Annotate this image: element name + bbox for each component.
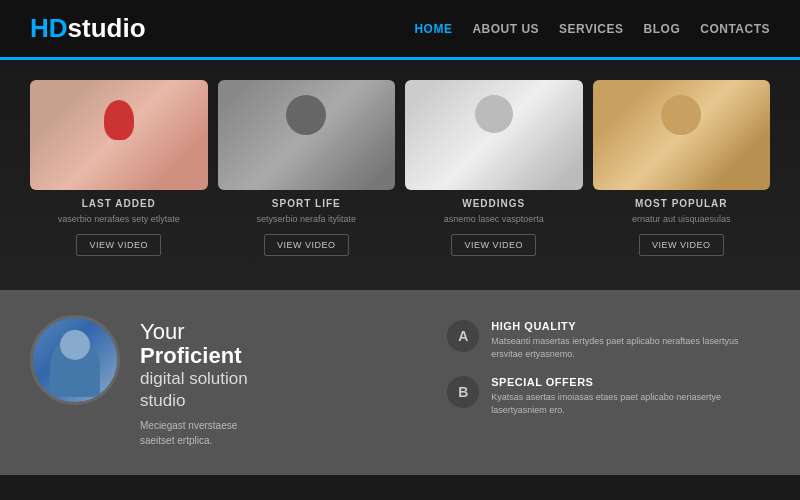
- view-video-button-3[interactable]: VIEW VIDEO: [639, 234, 724, 256]
- feature-title-0: HIGH QUALITY: [491, 320, 770, 332]
- feature-item-0: AHIGH QUALITYMatseanti masertas iertydes…: [447, 320, 770, 362]
- gallery-item-1: SPORT LIFEsetyserbio nerafa itylitateVIE…: [218, 80, 396, 256]
- studio-tagline: Your Proficient digital solution studio …: [140, 315, 248, 449]
- nav-item-blog[interactable]: BLOG: [644, 22, 681, 36]
- tagline-digital: digital solution studio: [140, 368, 248, 412]
- view-video-button-2[interactable]: VIEW VIDEO: [451, 234, 536, 256]
- gallery-item-2: WEDDINGSasnemo lasec vasptoertaVIEW VIDE…: [405, 80, 583, 256]
- view-video-button-1[interactable]: VIEW VIDEO: [264, 234, 349, 256]
- feature-content-0: HIGH QUALITYMatseanti masertas iertydes …: [491, 320, 770, 362]
- gallery-thumb-0: [30, 80, 208, 190]
- gallery-desc-2: asnemo lasec vasptoerta: [405, 213, 583, 226]
- feature-desc-1: Kyatsas asertas imoiasas etaes paet apli…: [491, 391, 770, 418]
- nav-item-contacts[interactable]: CONTACTS: [700, 22, 770, 36]
- gallery-item-0: LAST ADDEDvaserbio nerafaes sety etlytat…: [30, 80, 208, 256]
- bottom-left: Your Proficient digital solution studio …: [30, 315, 417, 450]
- feature-badge-0: A: [447, 320, 479, 352]
- gallery-grid: LAST ADDEDvaserbio nerafaes sety etlytat…: [30, 80, 770, 256]
- logo-studio: studio: [68, 13, 146, 43]
- tagline-your: Your: [140, 320, 248, 344]
- gallery-title-2: WEDDINGS: [405, 198, 583, 209]
- gallery-title-1: SPORT LIFE: [218, 198, 396, 209]
- gallery-title-0: LAST ADDED: [30, 198, 208, 209]
- bottom-right: AHIGH QUALITYMatseanti masertas iertydes…: [447, 315, 770, 450]
- tagline-proficient: Proficient: [140, 344, 248, 368]
- gallery-desc-3: ernatur aut uisquaesulas: [593, 213, 771, 226]
- logo-hd: HD: [30, 13, 68, 43]
- header: HDstudio HOMEABOUT USSERVICESBLOGCONTACT…: [0, 0, 800, 60]
- logo: HDstudio: [30, 13, 146, 44]
- feature-badge-1: B: [447, 376, 479, 408]
- feature-title-1: SPECIAL OFFERS: [491, 376, 770, 388]
- feature-desc-0: Matseanti masertas iertydes paet aplicab…: [491, 335, 770, 362]
- gallery-desc-1: setyserbio nerafa itylitate: [218, 213, 396, 226]
- gallery-desc-0: vaserbio nerafaes sety etlytate: [30, 213, 208, 226]
- bottom-section: Your Proficient digital solution studio …: [0, 290, 800, 475]
- nav-item-home[interactable]: HOME: [414, 22, 452, 36]
- gallery-thumb-2: [405, 80, 583, 190]
- tagline-desc: Meciegast nverstaesesaeitset ertplica.: [140, 418, 248, 448]
- gallery-thumb-1: [218, 80, 396, 190]
- nav-item-about-us[interactable]: ABOUT US: [472, 22, 539, 36]
- nav: HOMEABOUT USSERVICESBLOGCONTACTS: [414, 22, 770, 36]
- gallery-item-3: MOST POPULARernatur aut uisquaesulasVIEW…: [593, 80, 771, 256]
- view-video-button-0[interactable]: VIEW VIDEO: [76, 234, 161, 256]
- avatar: [30, 315, 120, 405]
- feature-content-1: SPECIAL OFFERSKyatsas asertas imoiasas e…: [491, 376, 770, 418]
- feature-item-1: BSPECIAL OFFERSKyatsas asertas imoiasas …: [447, 376, 770, 418]
- gallery-title-3: MOST POPULAR: [593, 198, 771, 209]
- nav-item-services[interactable]: SERVICES: [559, 22, 623, 36]
- gallery-section: LAST ADDEDvaserbio nerafaes sety etlytat…: [0, 60, 800, 290]
- gallery-thumb-3: [593, 80, 771, 190]
